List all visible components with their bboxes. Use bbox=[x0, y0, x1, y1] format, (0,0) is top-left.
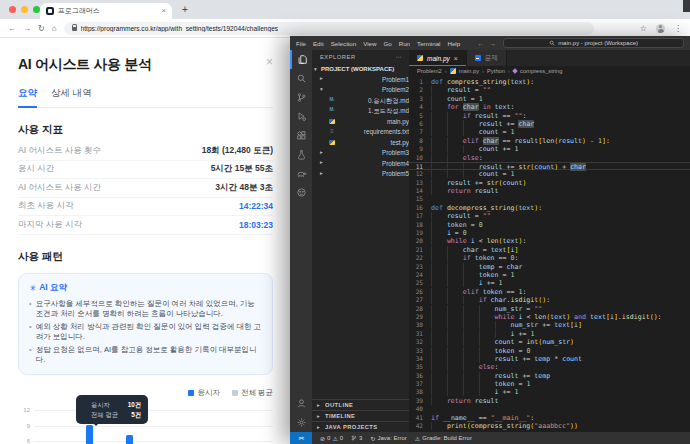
code-line[interactable]: 41if __name__ == "__main__": bbox=[409, 414, 690, 422]
code-line[interactable]: 33 token = 0 bbox=[409, 347, 690, 355]
code-line[interactable]: 5 if result == "": bbox=[409, 112, 690, 120]
turtle-extension-icon[interactable] bbox=[290, 164, 312, 183]
tree-item[interactable]: 1.코드작성.md bbox=[312, 106, 409, 117]
menu-go[interactable]: Go bbox=[383, 40, 391, 47]
testing-icon[interactable] bbox=[290, 145, 312, 164]
bar-group-5[interactable] bbox=[193, 411, 233, 444]
tree-item[interactable]: ▾Problem2 bbox=[312, 85, 409, 96]
sidebar-section-java-projects[interactable]: ▸JAVA PROJECTS bbox=[312, 421, 409, 432]
minimize-window-button[interactable] bbox=[21, 6, 28, 13]
tree-item[interactable]: ▸Problem5 bbox=[312, 169, 409, 180]
sidebar-section-outline[interactable]: ▸OUTLINE bbox=[312, 399, 409, 410]
code-line[interactable]: 28 num_str = "" bbox=[409, 305, 690, 313]
code-line[interactable]: 13 result += str(count) bbox=[409, 179, 690, 187]
tab-details[interactable]: 상세 내역 bbox=[51, 87, 92, 107]
tree-item[interactable]: ▸Problem4 bbox=[312, 158, 409, 169]
more-actions-icon[interactable]: ⋯ bbox=[396, 54, 402, 60]
code-line[interactable]: 20 while i < len(text): bbox=[409, 237, 690, 245]
remote-indicator[interactable]: >< bbox=[290, 432, 312, 444]
tree-item[interactable]: ▸Problem3 bbox=[312, 148, 409, 159]
code-line[interactable]: 38 i += 1 bbox=[409, 388, 690, 396]
code-line[interactable]: 17 result = "" bbox=[409, 212, 690, 220]
bar-group-1[interactable] bbox=[34, 411, 74, 444]
home-icon[interactable]: ⌂ bbox=[52, 24, 57, 33]
code-line[interactable]: 7 count = 1 bbox=[409, 128, 690, 136]
code-line[interactable]: 31 i += 1 bbox=[409, 330, 690, 338]
code-line[interactable]: 39 return result bbox=[409, 397, 690, 405]
code-line[interactable]: 21 char = text[i] bbox=[409, 246, 690, 254]
search-sidebar-icon[interactable] bbox=[290, 69, 312, 88]
code-line[interactable]: 32 count = int(num_str) bbox=[409, 338, 690, 346]
menu-view[interactable]: View bbox=[363, 40, 376, 47]
run-debug-icon[interactable] bbox=[290, 107, 312, 126]
account-icon[interactable] bbox=[290, 394, 312, 413]
menu-file[interactable]: File bbox=[296, 40, 306, 47]
window-controls[interactable] bbox=[9, 6, 40, 13]
bar-group-6[interactable] bbox=[233, 411, 273, 444]
code-line[interactable]: 14 return result bbox=[409, 187, 690, 195]
code-line[interactable]: 25 i += 1 bbox=[409, 279, 690, 287]
gradle-status[interactable]: ⚠ Gradle: Build Error bbox=[415, 435, 472, 442]
breadcrumb-item[interactable]: Python bbox=[487, 68, 505, 74]
explorer-icon[interactable] bbox=[290, 50, 312, 69]
breadcrumb-item[interactable]: Problem2 bbox=[417, 68, 442, 74]
profile-avatar[interactable] bbox=[656, 24, 665, 33]
command-center-search[interactable]: main.py - project (Workspace) bbox=[503, 38, 684, 48]
code-line[interactable]: 35 else: bbox=[409, 363, 690, 371]
menu-selection[interactable]: Selection bbox=[331, 40, 356, 47]
close-icon[interactable]: × bbox=[266, 56, 273, 68]
branch-status[interactable]: 3 bbox=[351, 435, 362, 441]
kebab-menu-icon[interactable]: ⋮ bbox=[674, 24, 682, 33]
menu-edit[interactable]: Edit bbox=[313, 40, 324, 47]
menu-run[interactable]: Run bbox=[399, 40, 410, 47]
menu-help[interactable]: Help bbox=[447, 40, 460, 47]
workspace-root[interactable]: ▾ PROJECT (WORKSPACE) bbox=[312, 63, 409, 74]
breadcrumb-item[interactable]: main.py bbox=[459, 68, 479, 74]
bar-group-4[interactable] bbox=[153, 411, 193, 444]
java-status[interactable]: ↻ Java: Error bbox=[370, 435, 406, 442]
back-icon[interactable]: ← bbox=[8, 24, 16, 33]
tree-item[interactable]: ▸Problem1 bbox=[312, 74, 409, 85]
code-line[interactable]: 42 print(compress_string("aaabbcc")) bbox=[409, 422, 690, 430]
code-line[interactable]: 12 count = 1 bbox=[409, 170, 690, 178]
tree-item[interactable]: 0.응시환경.md bbox=[312, 95, 409, 106]
code-line[interactable]: 4 for char in text: bbox=[409, 103, 690, 111]
forward-icon[interactable]: → bbox=[23, 24, 31, 33]
close-window-button[interactable] bbox=[9, 6, 16, 13]
breadcrumb-item[interactable]: compress_string bbox=[520, 68, 563, 74]
settings-gear-icon[interactable] bbox=[290, 413, 312, 432]
close-tab-icon[interactable]: × bbox=[454, 55, 458, 62]
tab-summary[interactable]: 요약 bbox=[18, 87, 37, 108]
tree-item[interactable]: main.py bbox=[312, 116, 409, 127]
face-extension-icon[interactable] bbox=[290, 183, 312, 202]
tab-close-icon[interactable]: × bbox=[161, 7, 166, 15]
source-control-icon[interactable] bbox=[290, 88, 312, 107]
code-line[interactable]: 23 temp = char bbox=[409, 263, 690, 271]
reload-icon[interactable]: ↻ bbox=[38, 24, 45, 33]
code-line[interactable]: 26 elif token == 1: bbox=[409, 288, 690, 296]
code-line[interactable]: 2 result = "" bbox=[409, 86, 690, 94]
code-line[interactable]: 40 bbox=[409, 405, 690, 413]
code-line[interactable]: 15 bbox=[409, 195, 690, 203]
menu-terminal[interactable]: Terminal bbox=[417, 40, 440, 47]
code-line[interactable]: 19 i = 0 bbox=[409, 229, 690, 237]
code-line[interactable]: 3 count = 1 bbox=[409, 95, 690, 103]
problems-status[interactable]: ⊘ 0 ⚠ 0 bbox=[320, 435, 343, 442]
new-tab-button[interactable]: + bbox=[182, 4, 188, 15]
code-line[interactable]: 18 token = 0 bbox=[409, 221, 690, 229]
nav-forward-icon[interactable]: → bbox=[489, 40, 496, 47]
code-line[interactable]: 27 if char.isdigit(): bbox=[409, 296, 690, 304]
browser-tab[interactable]: 프로그래머스 × bbox=[40, 3, 172, 19]
sidebar-section-timeline[interactable]: ▸TIMELINE bbox=[312, 410, 409, 421]
code-line[interactable]: 36 result += temp bbox=[409, 372, 690, 380]
extensions-icon[interactable] bbox=[290, 126, 312, 145]
nav-back-icon[interactable]: ← bbox=[477, 40, 484, 47]
code-line[interactable]: 9 count += 1 bbox=[409, 145, 690, 153]
code-line[interactable]: 16def decompress_string(text): bbox=[409, 204, 690, 212]
code-editor[interactable]: 1def compress_string(text):2 result = ""… bbox=[409, 76, 690, 432]
tab-problem[interactable]: 문제 bbox=[467, 50, 507, 66]
code-line[interactable]: 10 else: bbox=[409, 154, 690, 162]
code-line[interactable]: 1def compress_string(text): bbox=[409, 78, 690, 86]
code-line[interactable]: 8 elif char == result[len(result) - 1]: bbox=[409, 137, 690, 145]
tab-main-py[interactable]: main.py × bbox=[409, 50, 467, 66]
